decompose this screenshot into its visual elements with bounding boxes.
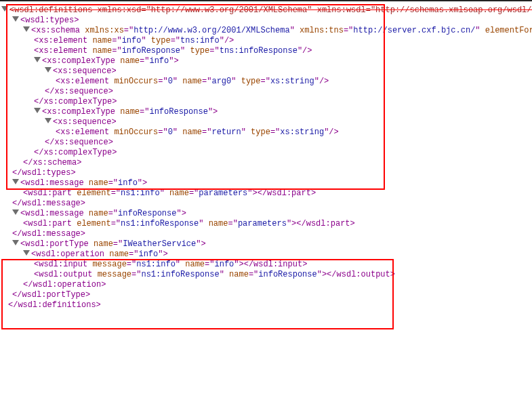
root-line: <wsdl:definitions xmlns:xsd="http://www.… <box>1 5 532 16</box>
chevron-down-icon[interactable] <box>12 209 19 215</box>
chevron-down-icon[interactable] <box>45 118 52 123</box>
xml-tree: <wsdl:definitions xmlns:xsd="http://www.… <box>0 3 532 310</box>
chevron-down-icon[interactable] <box>12 179 19 184</box>
types-open: <wsdl:types> <box>1 16 532 26</box>
ct-inforesp-open: <xs:complexType name="infoResponse"> <box>1 107 532 117</box>
porttype-close: </wsdl:portType> <box>1 290 532 300</box>
chevron-down-icon[interactable] <box>1 6 8 12</box>
ct-inforesp-close: </xs:complexType> <box>1 148 532 158</box>
ct-inforesp-inner: <xs:element minOccurs="0" name="return" … <box>1 127 532 138</box>
chevron-down-icon[interactable] <box>34 57 41 62</box>
ct-info-inner: <xs:element minOccurs="0" name="arg0" ty… <box>1 77 532 87</box>
msg-inforesp-open: <wsdl:message name="infoResponse"> <box>1 209 532 219</box>
msg-inforesp-part: <wsdl:part element="ns1:infoResponse" na… <box>1 219 532 229</box>
op-output: <wsdl:output message="ns1:infoResponse" … <box>1 270 532 280</box>
op-input: <wsdl:input message="ns1:info" name="inf… <box>1 260 532 270</box>
ct-info-seq-open: <xs:sequence> <box>1 66 532 77</box>
chevron-down-icon[interactable] <box>45 67 52 73</box>
schema-open: <xs:schema xmlns:xs="http://www.w3.org/2… <box>1 26 532 36</box>
el-info: <xs:element name="info" type="tns:info"/… <box>1 36 532 46</box>
op-close: </wsdl:operation> <box>1 280 532 290</box>
porttype-open: <wsdl:portType name="IWeatherService"> <box>1 239 532 249</box>
chevron-down-icon[interactable] <box>34 108 41 113</box>
root-close: </wsdl:definitions> <box>1 300 532 310</box>
msg-inforesp-close: </wsdl:message> <box>1 229 532 239</box>
ct-info-close: </xs:complexType> <box>1 97 532 107</box>
msg-info-open: <wsdl:message name="info"> <box>1 178 532 188</box>
chevron-down-icon[interactable] <box>12 240 19 245</box>
op-open: <wsdl:operation name="info"> <box>1 249 532 260</box>
chevron-down-icon[interactable] <box>23 26 30 32</box>
ct-inforesp-seq-close: </xs:sequence> <box>1 138 532 148</box>
el-inforesp: <xs:element name="infoResponse" type="tn… <box>1 46 532 56</box>
msg-info-part: <wsdl:part element="ns1:info" name="para… <box>1 188 532 199</box>
chevron-down-icon[interactable] <box>12 16 19 22</box>
ct-info-seq-close: </xs:sequence> <box>1 87 532 97</box>
chevron-down-icon[interactable] <box>23 250 30 256</box>
msg-info-close: </wsdl:message> <box>1 199 532 209</box>
types-close: </wsdl:types> <box>1 168 532 178</box>
ct-inforesp-seq-open: <xs:sequence> <box>1 117 532 127</box>
schema-close: </xs:schema> <box>1 158 532 168</box>
ct-info-open: <xs:complexType name="info"> <box>1 56 532 66</box>
